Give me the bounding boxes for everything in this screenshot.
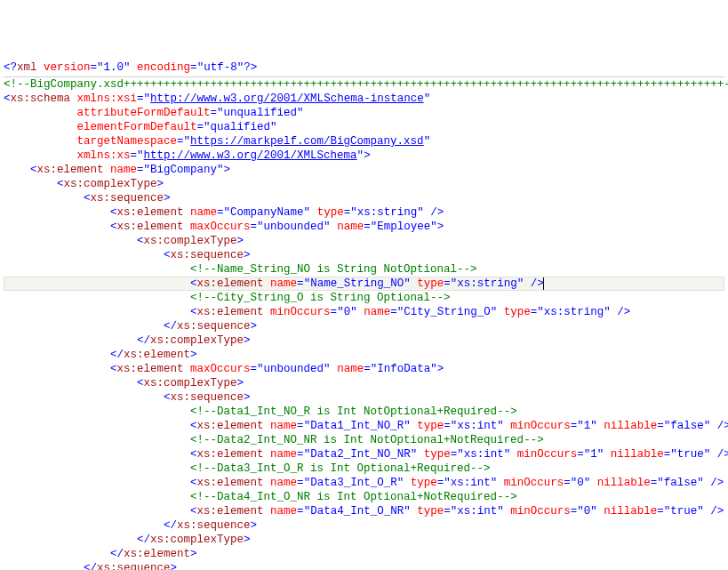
code-token: type [317,206,344,219]
code-token: < [190,448,197,461]
code-token: = [190,61,197,74]
code-token [264,420,271,432]
code-token: " [357,149,364,162]
code-token: --> [470,462,491,475]
code-line[interactable]: </xs:complexType> [4,533,724,547]
code-token: Data3_Int_O_R is Int Optional+Required [217,462,470,475]
code-token: Data4_Int_O_NR is Int Optional+NotRequir… [217,491,497,503]
code-line[interactable]: <!--Data1_Int_NO_R is Int NotOptional+Re… [4,405,724,419]
code-line[interactable]: <xs:element name="Data1_Int_NO_R" type="… [4,419,724,433]
code-token: "1" [584,448,604,461]
code-line[interactable]: elementFormDefault="qualified" [4,120,724,134]
code-line[interactable]: <!--BigCompany.xsd++++++++++++++++++++++… [4,77,724,92]
code-token: /> [611,306,631,318]
code-line[interactable]: <xs:sequence> [4,191,724,205]
code-token: Data1_Int_NO_R is Int NotOptional+Requir… [217,405,497,418]
code-token [264,505,271,518]
code-token [264,277,271,290]
code-token: xs:sequence [177,320,251,333]
code-token: xs:complexType [150,334,244,347]
code-token: </ [110,349,124,361]
code-token [604,448,611,461]
code-token: name [270,277,297,290]
code-token: xs:sequence [177,519,251,532]
code-token: </ [84,562,97,570]
code-line[interactable]: </xs:sequence> [4,561,724,570]
code-line[interactable]: <!--Name_String_NO is String NotOptional… [4,262,724,277]
code-token: < [84,192,91,205]
code-line[interactable]: <xs:complexType> [4,376,724,390]
code-token: name [270,448,297,461]
code-token: </ [137,534,150,546]
code-token [497,477,504,489]
code-line[interactable]: <!--Data2_Int_NO_NR is Int NotOptional+N… [4,433,724,447]
code-token: = [217,206,224,219]
code-token [264,448,271,461]
code-token: > [224,164,231,176]
code-token: "unbounded" [257,363,331,375]
code-line[interactable]: <xs:element name="Data2_Int_NO_NR" type=… [4,447,724,462]
code-line[interactable]: targetNamespace="https://markpelf.com/Bi… [4,134,724,149]
code-line[interactable]: </xs:sequence> [4,518,724,533]
code-line[interactable]: <xs:complexType> [4,177,724,191]
code-token: < [4,92,11,105]
code-line[interactable]: <xs:sequence> [4,390,724,405]
code-token: xs:complexType [64,178,157,190]
code-line[interactable]: <xs:schema xmlns:xsi="http://www.w3.org/… [4,92,724,106]
code-token: xs:element [197,505,264,518]
code-line[interactable]: <!--Data3_Int_O_R is Int Optional+Requir… [4,462,724,476]
code-line[interactable]: <xs:complexType> [4,234,724,248]
code-token: nillable [597,477,651,489]
code-token: minOccurs [504,477,564,489]
code-line[interactable]: <xs:element name="Name_String_NO" type="… [4,277,724,291]
code-token: "City_String_O" [397,306,498,318]
code-line[interactable]: <xs:element maxOccurs="unbounded" name="… [4,362,724,376]
code-token: "unqualified" [217,107,304,119]
code-token: xs:schema [11,92,71,105]
code-token: < [190,505,197,518]
code-line[interactable]: <xs:sequence> [4,248,724,262]
code-line[interactable]: </xs:element> [4,547,724,561]
code-editor[interactable]: <?xml version="1.0" encoding="utf-8"?><!… [4,60,724,570]
code-token: "true" [664,505,704,518]
code-line[interactable]: xmlns:xs="http://www.w3.org/2001/XMLSche… [4,149,724,163]
code-token: < [190,277,197,290]
code-line[interactable]: <!--City_String_O is String Optional--> [4,291,724,305]
code-token: < [30,164,37,176]
code-token: xs:sequence [91,192,164,205]
code-line[interactable]: <xs:element name="BigCompany"> [4,163,724,177]
code-token: "1" [577,420,597,432]
code-token: nillable [604,420,657,432]
code-line[interactable]: </xs:sequence> [4,319,724,333]
code-token: xs:element [37,164,104,176]
code-token: = [577,448,584,461]
code-token: <? [4,61,17,74]
code-line[interactable]: attributeFormDefault="unqualified" [4,106,724,120]
code-token: xs:complexType [144,235,237,247]
code-line[interactable]: <?xml version="1.0" encoding="utf-8"?> [4,60,724,75]
code-line[interactable]: </xs:complexType> [4,333,724,348]
code-token: " [137,149,144,162]
code-token: name [190,206,217,219]
code-line[interactable]: <xs:element name="Data3_Int_O_R" type="x… [4,476,724,490]
code-line[interactable]: <xs:element name="CompanyName" type="xs:… [4,205,724,220]
code-token: <!-- [190,263,217,276]
code-token: "false" [657,477,704,489]
code-token: xs:complexType [150,534,244,546]
code-token: = [297,505,304,518]
code-line[interactable]: </xs:element> [4,348,724,362]
code-token: < [137,235,144,247]
code-token: "0" [577,505,597,518]
code-line[interactable]: <xs:element name="Data4_Int_O_NR" type="… [4,504,724,518]
code-token: > [171,562,178,570]
code-token: "xs:int" [457,448,510,461]
code-line[interactable]: <xs:element minOccurs="0" name="City_Str… [4,305,724,319]
code-token: xs:element [197,420,264,432]
code-line[interactable]: <xs:element maxOccurs="unbounded" name="… [4,220,724,234]
code-token: /> [710,448,728,461]
code-token: maxOccurs [190,363,251,375]
code-token: Name_String_NO is String NotOptional [217,263,457,276]
code-line[interactable]: <!--Data4_Int_O_NR is Int Optional+NotRe… [4,490,724,504]
code-token: > [251,519,258,532]
code-token: = [297,477,304,489]
